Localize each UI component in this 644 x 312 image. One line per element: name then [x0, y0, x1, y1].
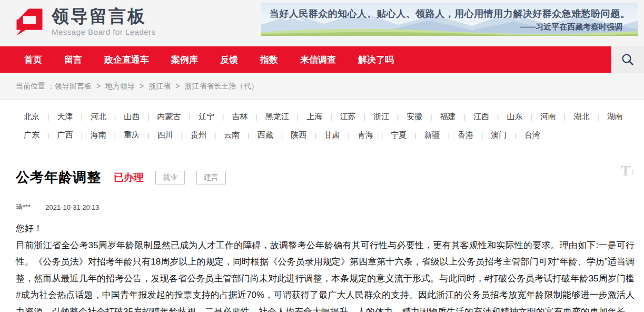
breadcrumb-prefix: 当前位置 ：: [16, 82, 55, 91]
region-link[interactable]: 甘肃: [324, 130, 340, 139]
search-button[interactable]: [611, 46, 644, 73]
region-link[interactable]: 吉林: [232, 112, 247, 121]
region-link[interactable]: 山东: [507, 112, 522, 121]
post-greeting: 您好！: [16, 220, 635, 237]
region-link[interactable]: 台湾: [524, 130, 540, 139]
breadcrumb-separator: >: [140, 82, 144, 90]
region-separator: |: [189, 113, 191, 121]
region-link[interactable]: 澳门: [491, 130, 507, 139]
breadcrumb-link[interactable]: 地方领导: [105, 82, 135, 90]
region-link[interactable]: 香港: [458, 130, 473, 139]
tag-badge[interactable]: 就业: [155, 171, 185, 184]
region-link[interactable]: 四川: [157, 130, 173, 139]
region-separator: |: [597, 113, 599, 121]
region-link[interactable]: 云南: [224, 130, 240, 139]
region-separator: |: [530, 113, 532, 121]
tag-badge[interactable]: 建言: [196, 171, 226, 184]
region-link[interactable]: 内蒙古: [157, 112, 181, 121]
nav-item[interactable]: 案例库: [171, 54, 198, 66]
region-separator: |: [414, 131, 416, 139]
region-link[interactable]: 福建: [440, 112, 456, 121]
region-link[interactable]: 重庆: [124, 130, 140, 139]
region-row-1: |北京|天津|河北|山西|内蒙古|辽宁|吉林|黑龙江|上海|江苏|浙江|安徽|福…: [24, 108, 644, 126]
region-separator: |: [47, 113, 49, 121]
region-separator: |: [430, 113, 432, 121]
status-badge: 已办理: [114, 171, 144, 184]
post-tags: 就业建言: [144, 171, 226, 184]
region-link[interactable]: 辽宁: [199, 112, 214, 121]
region-separator: |: [397, 113, 399, 121]
region-link[interactable]: 广东: [24, 130, 39, 139]
region-separator: |: [381, 131, 383, 139]
region-link[interactable]: 陕西: [291, 130, 306, 139]
site-header: 领导留言板 Message Board for Leaders: [0, 0, 644, 46]
region-separator: |: [81, 131, 82, 139]
nav-item[interactable]: 来信调查: [300, 54, 336, 66]
breadcrumb: 当前位置 ： >领导留言板>地方领导>浙江省>浙江省省长王浩（代）: [0, 73, 644, 100]
site-logo[interactable]: 领导留言板 Message Board for Leaders: [15, 6, 156, 37]
region-link[interactable]: 西藏: [257, 130, 273, 139]
region-separator: |: [314, 131, 316, 139]
region-link[interactable]: 河北: [91, 112, 106, 121]
region-separator: |: [81, 113, 82, 121]
post-author: 琦***: [16, 202, 31, 212]
region-link[interactable]: 湖南: [607, 112, 623, 121]
region-link[interactable]: 青海: [358, 130, 373, 139]
nav-item[interactable]: 反馈: [220, 54, 238, 66]
nav-item[interactable]: 留言: [64, 54, 82, 66]
nav-item[interactable]: 解决了吗: [358, 54, 394, 66]
post-body: 您好！ 目前浙江省全公考35周岁年龄限制显然已成为人才工作的障碍，故调整考公年龄…: [16, 220, 635, 312]
region-separator: |: [497, 113, 499, 121]
font-size-arrows-icon: ↕: [630, 167, 635, 175]
region-link[interactable]: 贵州: [191, 130, 206, 139]
breadcrumb-link[interactable]: 浙江省省长王浩（代）: [184, 82, 258, 90]
region-separator: |: [255, 113, 257, 121]
region-link[interactable]: 山西: [124, 112, 140, 121]
region-separator: |: [514, 131, 516, 139]
region-link[interactable]: 天津: [57, 112, 73, 121]
logo-text: 领导留言板 Message Board for Leaders: [52, 7, 156, 36]
font-size-icon: T: [621, 164, 630, 178]
region-separator: |: [114, 113, 116, 121]
region-separator: |: [330, 113, 332, 121]
post-header: 公考年龄调整 已办理 就业建言 T ↕: [16, 168, 635, 187]
post-content: 目前浙江省全公考35周岁年龄限制显然已成为人才工作的障碍，故调整考公年龄确有其可…: [16, 237, 635, 312]
font-size-button[interactable]: T ↕: [621, 164, 635, 178]
nav-item[interactable]: 首页: [24, 54, 42, 66]
region-separator: |: [564, 113, 566, 121]
region-link[interactable]: 江西: [473, 112, 489, 121]
region-separator: |: [214, 131, 216, 139]
region-link[interactable]: 广西: [57, 130, 73, 139]
region-row-2: |广东|广西|海南|重庆|四川|贵州|云南|西藏|陕西|甘肃|青海|宁夏|新疆|…: [24, 126, 644, 144]
region-link[interactable]: 湖北: [573, 112, 589, 121]
region-separator: |: [481, 131, 483, 139]
region-link[interactable]: 宁夏: [391, 130, 407, 139]
breadcrumb-items: >领导留言板>地方领导>浙江省>浙江省省长王浩（代）: [55, 82, 259, 91]
region-link[interactable]: 北京: [24, 112, 39, 121]
post-title: 公考年龄调整: [16, 168, 101, 187]
breadcrumb-separator: >: [175, 82, 180, 90]
breadcrumb-link[interactable]: 浙江省: [148, 82, 171, 90]
page: 领导留言板 Message Board for Leaders: [0, 0, 644, 312]
breadcrumb-link[interactable]: 领导留言板: [55, 82, 92, 90]
region-link[interactable]: 安徽: [407, 112, 422, 121]
region-link[interactable]: 海南: [91, 130, 106, 139]
region-link[interactable]: 江苏: [340, 112, 356, 121]
post-timestamp: 2021-10-31 20:13: [45, 203, 100, 211]
region-link[interactable]: 黑龙江: [265, 112, 289, 121]
region-nav: |北京|天津|河北|山西|内蒙古|辽宁|吉林|黑龙江|上海|江苏|浙江|安徽|福…: [0, 100, 644, 153]
banner-attribution: ——习近平在西藏考察时强调: [520, 22, 622, 32]
region-separator: |: [181, 131, 183, 139]
region-separator: |: [247, 131, 249, 139]
region-link[interactable]: 新疆: [424, 130, 440, 139]
region-link[interactable]: 浙江: [373, 112, 389, 121]
region-separator: |: [464, 113, 465, 121]
nav-item[interactable]: 政企直通车: [104, 54, 149, 66]
region-separator: |: [448, 131, 450, 139]
region-link[interactable]: 上海: [306, 112, 322, 121]
nav-item[interactable]: 指数: [260, 54, 278, 66]
region-separator: |: [348, 131, 350, 139]
region-link[interactable]: 河南: [540, 112, 556, 121]
region-separator: |: [147, 131, 149, 139]
region-separator: |: [364, 113, 365, 121]
